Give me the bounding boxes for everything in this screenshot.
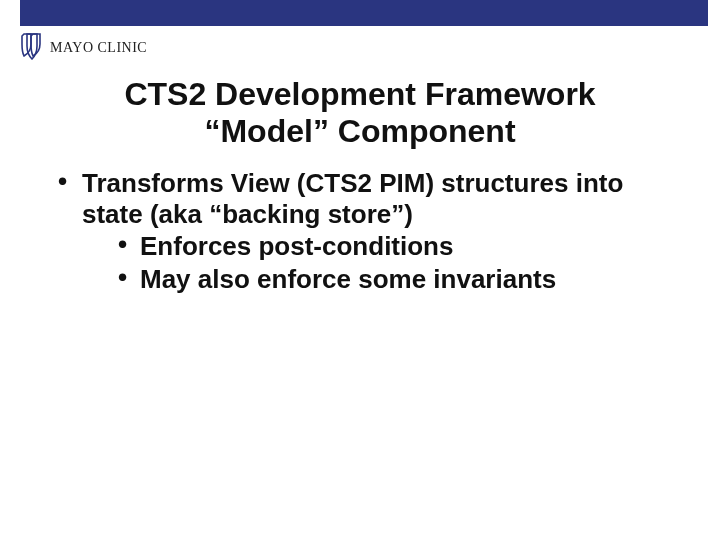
title-line-2: “Model” Component xyxy=(204,113,515,149)
brand-name: MAYO CLINIC xyxy=(50,40,147,56)
mayo-shield-icon xyxy=(20,32,44,64)
sub-bullet-text-2: May also enforce some invariants xyxy=(140,264,556,294)
header-bar xyxy=(20,0,708,26)
sub-bullet-text-1: Enforces post-conditions xyxy=(140,231,453,261)
brand-logo: MAYO CLINIC xyxy=(20,32,147,64)
bullet-list: Transforms View (CTS2 PIM) structures in… xyxy=(58,168,660,295)
sub-bullet-item-1: Enforces post-conditions xyxy=(118,231,660,262)
bullet-item-1: Transforms View (CTS2 PIM) structures in… xyxy=(58,168,660,295)
slide: MAYO CLINIC CTS2 Development Framework “… xyxy=(0,0,720,540)
sub-bullet-list: Enforces post-conditions May also enforc… xyxy=(118,231,660,294)
slide-title: CTS2 Development Framework “Model” Compo… xyxy=(0,76,720,150)
title-line-1: CTS2 Development Framework xyxy=(124,76,595,112)
bullet-text-1: Transforms View (CTS2 PIM) structures in… xyxy=(82,168,623,229)
slide-body: Transforms View (CTS2 PIM) structures in… xyxy=(58,168,660,303)
sub-bullet-item-2: May also enforce some invariants xyxy=(118,264,660,295)
